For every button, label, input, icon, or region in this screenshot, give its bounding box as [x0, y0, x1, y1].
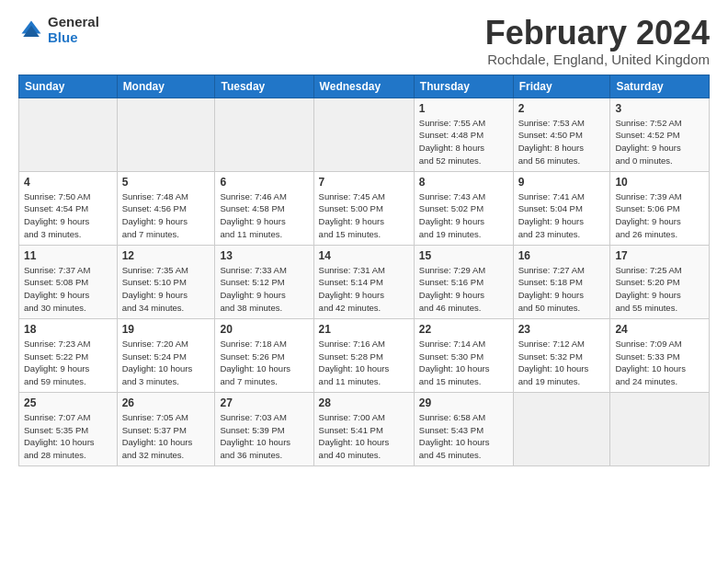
day-number: 29 [419, 396, 508, 409]
calendar-cell: 14Sunrise: 7:31 AM Sunset: 5:14 PM Dayli… [313, 245, 414, 318]
day-info: Sunrise: 7:35 AM Sunset: 5:10 PM Dayligh… [122, 264, 210, 315]
logo-text: General Blue [48, 15, 99, 45]
day-number: 11 [24, 249, 112, 262]
calendar-cell [513, 392, 610, 465]
day-info: Sunrise: 7:41 AM Sunset: 5:04 PM Dayligh… [518, 190, 606, 241]
day-number: 18 [24, 323, 112, 336]
day-number: 12 [122, 249, 210, 262]
day-number: 4 [24, 176, 112, 189]
day-number: 15 [419, 249, 508, 262]
day-number: 8 [419, 176, 508, 189]
day-number: 9 [518, 176, 606, 189]
day-info: Sunrise: 7:03 AM Sunset: 5:39 PM Dayligh… [220, 411, 308, 462]
day-number: 19 [122, 323, 210, 336]
day-info: Sunrise: 7:52 AM Sunset: 4:52 PM Dayligh… [615, 117, 704, 167]
calendar-cell: 8Sunrise: 7:43 AM Sunset: 5:02 PM Daylig… [414, 171, 513, 245]
calendar-cell [215, 98, 313, 171]
day-info: Sunrise: 7:09 AM Sunset: 5:33 PM Dayligh… [615, 338, 704, 388]
day-number: 3 [615, 102, 704, 115]
day-number: 14 [319, 249, 409, 262]
day-info: Sunrise: 7:12 AM Sunset: 5:32 PM Dayligh… [518, 338, 606, 388]
calendar-cell: 3Sunrise: 7:52 AM Sunset: 4:52 PM Daylig… [610, 98, 710, 171]
day-info: Sunrise: 7:37 AM Sunset: 5:08 PM Dayligh… [24, 264, 112, 315]
day-info: Sunrise: 7:39 AM Sunset: 5:06 PM Dayligh… [615, 190, 704, 241]
day-number: 26 [122, 396, 210, 409]
calendar-table: SundayMondayTuesdayWednesdayThursdayFrid… [18, 75, 710, 466]
calendar-cell: 29Sunrise: 6:58 AM Sunset: 5:43 PM Dayli… [414, 392, 513, 465]
day-number: 20 [220, 323, 308, 336]
calendar-cell: 26Sunrise: 7:05 AM Sunset: 5:37 PM Dayli… [117, 392, 215, 465]
calendar-cell: 19Sunrise: 7:20 AM Sunset: 5:24 PM Dayli… [117, 318, 215, 392]
calendar-header-monday: Monday [117, 75, 215, 98]
calendar-cell: 15Sunrise: 7:29 AM Sunset: 5:16 PM Dayli… [414, 245, 513, 318]
calendar-cell [313, 98, 414, 171]
calendar-cell: 28Sunrise: 7:00 AM Sunset: 5:41 PM Dayli… [313, 392, 414, 465]
day-number: 2 [518, 102, 606, 115]
calendar-header-tuesday: Tuesday [215, 75, 313, 98]
calendar-cell: 27Sunrise: 7:03 AM Sunset: 5:39 PM Dayli… [215, 392, 313, 465]
logo-blue: Blue [48, 30, 99, 46]
day-info: Sunrise: 7:00 AM Sunset: 5:41 PM Dayligh… [319, 411, 409, 462]
day-number: 25 [24, 396, 112, 409]
day-info: Sunrise: 7:29 AM Sunset: 5:16 PM Dayligh… [419, 264, 508, 315]
day-number: 28 [319, 396, 409, 409]
logo-icon [18, 17, 44, 43]
calendar-cell: 20Sunrise: 7:18 AM Sunset: 5:26 PM Dayli… [215, 318, 313, 392]
calendar-cell [610, 392, 710, 465]
calendar-cell: 7Sunrise: 7:45 AM Sunset: 5:00 PM Daylig… [313, 171, 414, 245]
logo: General Blue [18, 15, 99, 45]
day-info: Sunrise: 7:46 AM Sunset: 4:58 PM Dayligh… [220, 190, 308, 241]
month-title: February 2024 [485, 15, 710, 52]
calendar-header-row: SundayMondayTuesdayWednesdayThursdayFrid… [19, 75, 710, 98]
calendar-cell: 21Sunrise: 7:16 AM Sunset: 5:28 PM Dayli… [313, 318, 414, 392]
title-area: February 2024 Rochdale, England, United … [485, 15, 710, 67]
calendar-cell: 9Sunrise: 7:41 AM Sunset: 5:04 PM Daylig… [513, 171, 610, 245]
location-title: Rochdale, England, United Kingdom [485, 52, 710, 67]
day-info: Sunrise: 7:33 AM Sunset: 5:12 PM Dayligh… [220, 264, 308, 315]
page-header: General Blue February 2024 Rochdale, Eng… [18, 15, 710, 67]
day-info: Sunrise: 7:48 AM Sunset: 4:56 PM Dayligh… [122, 190, 210, 241]
calendar-cell: 2Sunrise: 7:53 AM Sunset: 4:50 PM Daylig… [513, 98, 610, 171]
day-number: 17 [615, 249, 704, 262]
day-info: Sunrise: 7:45 AM Sunset: 5:00 PM Dayligh… [319, 190, 409, 241]
calendar-cell: 10Sunrise: 7:39 AM Sunset: 5:06 PM Dayli… [610, 171, 710, 245]
day-number: 22 [419, 323, 508, 336]
calendar-cell: 5Sunrise: 7:48 AM Sunset: 4:56 PM Daylig… [117, 171, 215, 245]
day-info: Sunrise: 7:16 AM Sunset: 5:28 PM Dayligh… [319, 338, 409, 388]
calendar-cell: 16Sunrise: 7:27 AM Sunset: 5:18 PM Dayli… [513, 245, 610, 318]
calendar-week-4: 18Sunrise: 7:23 AM Sunset: 5:22 PM Dayli… [19, 318, 710, 392]
calendar-cell: 4Sunrise: 7:50 AM Sunset: 4:54 PM Daylig… [19, 171, 118, 245]
day-info: Sunrise: 7:05 AM Sunset: 5:37 PM Dayligh… [122, 411, 210, 462]
calendar-cell [19, 98, 118, 171]
calendar-header-wednesday: Wednesday [313, 75, 414, 98]
day-info: Sunrise: 7:07 AM Sunset: 5:35 PM Dayligh… [24, 411, 112, 462]
calendar-cell: 1Sunrise: 7:55 AM Sunset: 4:48 PM Daylig… [414, 98, 513, 171]
day-info: Sunrise: 7:14 AM Sunset: 5:30 PM Dayligh… [419, 338, 508, 388]
day-number: 7 [319, 176, 409, 189]
day-info: Sunrise: 7:43 AM Sunset: 5:02 PM Dayligh… [419, 190, 508, 241]
calendar-header-thursday: Thursday [414, 75, 513, 98]
day-info: Sunrise: 7:53 AM Sunset: 4:50 PM Dayligh… [518, 117, 606, 167]
calendar-cell: 11Sunrise: 7:37 AM Sunset: 5:08 PM Dayli… [19, 245, 118, 318]
day-number: 13 [220, 249, 308, 262]
calendar-cell: 13Sunrise: 7:33 AM Sunset: 5:12 PM Dayli… [215, 245, 313, 318]
day-info: Sunrise: 6:58 AM Sunset: 5:43 PM Dayligh… [419, 411, 508, 462]
day-info: Sunrise: 7:50 AM Sunset: 4:54 PM Dayligh… [24, 190, 112, 241]
calendar-cell [117, 98, 215, 171]
day-info: Sunrise: 7:55 AM Sunset: 4:48 PM Dayligh… [419, 117, 508, 167]
calendar-cell: 22Sunrise: 7:14 AM Sunset: 5:30 PM Dayli… [414, 318, 513, 392]
calendar-week-2: 4Sunrise: 7:50 AM Sunset: 4:54 PM Daylig… [19, 171, 710, 245]
day-info: Sunrise: 7:23 AM Sunset: 5:22 PM Dayligh… [24, 338, 112, 388]
logo-general: General [48, 15, 99, 30]
calendar-header-saturday: Saturday [610, 75, 710, 98]
day-number: 5 [122, 176, 210, 189]
calendar-cell: 18Sunrise: 7:23 AM Sunset: 5:22 PM Dayli… [19, 318, 118, 392]
calendar-header-sunday: Sunday [19, 75, 118, 98]
day-info: Sunrise: 7:20 AM Sunset: 5:24 PM Dayligh… [122, 338, 210, 388]
day-number: 6 [220, 176, 308, 189]
day-info: Sunrise: 7:18 AM Sunset: 5:26 PM Dayligh… [220, 338, 308, 388]
day-number: 21 [319, 323, 409, 336]
calendar-cell: 25Sunrise: 7:07 AM Sunset: 5:35 PM Dayli… [19, 392, 118, 465]
day-number: 10 [615, 176, 704, 189]
calendar-cell: 12Sunrise: 7:35 AM Sunset: 5:10 PM Dayli… [117, 245, 215, 318]
